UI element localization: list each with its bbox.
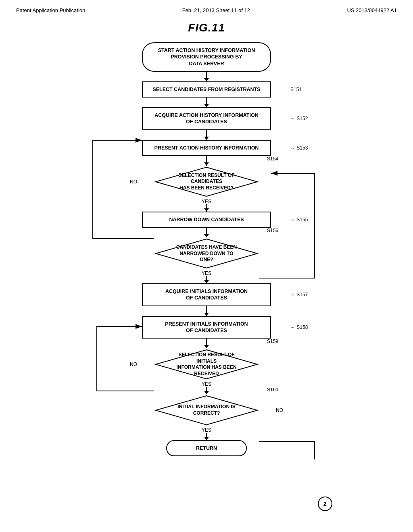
s152-label: ACQUIRE ACTION HISTORY INFORMATIONOF CAN…	[142, 107, 271, 130]
s159-yes-label: YES	[202, 381, 211, 387]
s157-label: ACQUIRE INITIALS INFORMATIONOF CANDIDATE…	[142, 283, 271, 306]
page-header: Patent Application Publication Feb. 21, …	[0, 0, 413, 17]
s153-node: PRESENT ACTION HISTORY INFORMATION ～ S15…	[126, 140, 287, 156]
s160-diamond: INITIAL INFORMATION IS CORRECT?	[154, 394, 259, 426]
s157-node: ACQUIRE INITIALS INFORMATIONOF CANDIDATE…	[126, 283, 287, 306]
s157-step: ～ S157	[290, 291, 308, 298]
s155-step: ～ S155	[290, 216, 308, 223]
arrow-10	[206, 387, 207, 394]
s159-step-label: S159	[267, 339, 278, 344]
s154-diamond-wrapper: SELECTION RESULT OF CANDIDATESHAS BEEN R…	[106, 166, 307, 198]
s156-diamond: CANDIDATES HAVE BEENNARROWED DOWN TO ONE…	[154, 237, 259, 270]
s160-no-label: NO	[276, 407, 283, 413]
arrow-3	[206, 130, 207, 140]
s159-text: SELECTION RESULT OF INITIALSINFORMATION …	[174, 352, 239, 377]
header-middle: Feb. 21, 2013 Sheet 11 of 12	[182, 7, 250, 13]
s154-step-label: S154	[267, 156, 278, 162]
arrow-7	[206, 276, 207, 283]
start-label: START ACTION HISTORY INFORMATIONPROVISIO…	[142, 42, 271, 72]
circle2-label: 2	[323, 501, 327, 507]
arrow-4	[206, 156, 207, 166]
s156-diamond-wrapper: CANDIDATES HAVE BEENNARROWED DOWN TO ONE…	[106, 237, 307, 270]
s158-step: ～ S158	[290, 324, 308, 330]
s158-label: PRESENT INITIALS INFORMATIONOF CANDIDATE…	[142, 316, 271, 339]
arrow-1	[206, 72, 207, 81]
s160-arrow-area: S160	[126, 387, 287, 394]
arrow-9	[206, 339, 207, 348]
arrow-6	[206, 228, 207, 237]
diagram-title: FIG.11	[0, 21, 413, 34]
s153-label: PRESENT ACTION HISTORY INFORMATION	[142, 140, 271, 156]
s159-diamond: SELECTION RESULT OF INITIALSINFORMATION …	[154, 348, 259, 380]
s154-diamond: SELECTION RESULT OF CANDIDATESHAS BEEN R…	[154, 166, 259, 198]
arrow-5	[206, 204, 207, 212]
s160-diamond-wrapper: INITIAL INFORMATION IS CORRECT? NO	[106, 394, 307, 426]
start-node: START ACTION HISTORY INFORMATIONPROVISIO…	[138, 42, 275, 72]
s160-yes-label: YES	[202, 427, 211, 433]
s154-arrow-area: S154	[126, 156, 287, 166]
s152-step: ～ S152	[290, 115, 308, 122]
s152-node: ACQUIRE ACTION HISTORY INFORMATIONOF CAN…	[126, 107, 287, 130]
return-node: RETURN	[126, 440, 287, 456]
s159-diamond-wrapper: SELECTION RESULT OF INITIALSINFORMATION …	[106, 348, 307, 380]
s156-text: CANDIDATES HAVE BEENNARROWED DOWN TO ONE…	[174, 244, 239, 263]
s151-node: SELECT CANDIDATES FROM REGISTRANTS S151	[126, 81, 287, 98]
header-left: Patent Application Publication	[16, 7, 85, 13]
s151-step: S151	[290, 87, 302, 92]
arrow-11	[206, 433, 207, 440]
s159-arrow-area: S159	[126, 339, 287, 348]
s154-yes-label: YES	[202, 199, 211, 204]
s160-step-label: S160	[267, 387, 278, 393]
s156-yes-label: YES	[202, 270, 211, 276]
header-right: US 2013/0044922 A1	[347, 7, 397, 13]
circle2-container: 2	[318, 497, 332, 511]
arrow-2	[206, 98, 207, 107]
s159-no-label: NO	[130, 362, 137, 367]
s155-label: NARROW DOWN CANDIDATES	[142, 212, 271, 228]
s153-step: ～ S153	[290, 144, 308, 151]
s154-no-label: NO	[130, 179, 137, 185]
circle2-node: 2	[318, 497, 332, 511]
s151-label: SELECT CANDIDATES FROM REGISTRANTS	[142, 81, 271, 98]
s154-text: SELECTION RESULT OF CANDIDATESHAS BEEN R…	[174, 172, 239, 191]
s160-text: INITIAL INFORMATION IS CORRECT?	[174, 404, 239, 416]
s155-node: NARROW DOWN CANDIDATES ～ S155	[126, 212, 287, 228]
flowchart: START ACTION HISTORY INFORMATIONPROVISIO…	[0, 42, 413, 472]
s156-arrow-area: S156	[126, 228, 287, 237]
return-label: RETURN	[166, 440, 247, 456]
s158-node: PRESENT INITIALS INFORMATIONOF CANDIDATE…	[126, 316, 287, 339]
s156-step-label: S156	[267, 228, 278, 233]
arrow-8	[206, 306, 207, 316]
